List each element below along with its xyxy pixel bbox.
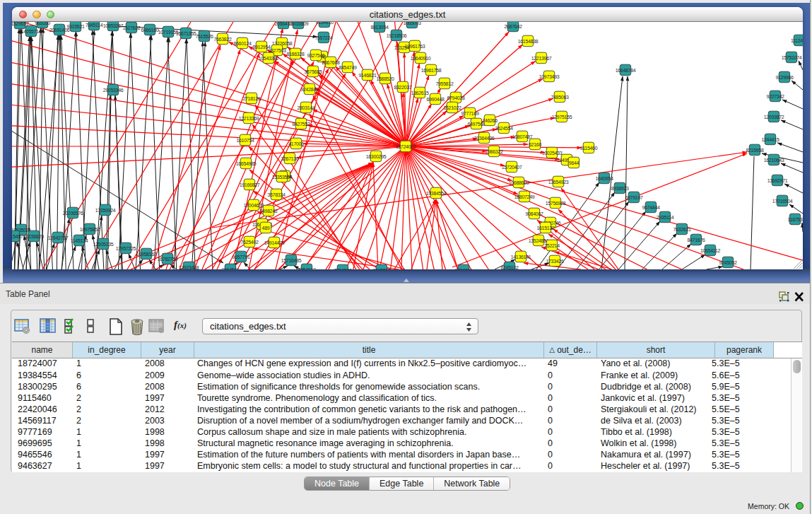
svg-text:7625402: 7625402	[240, 240, 259, 245]
svg-text:9245052: 9245052	[719, 260, 737, 265]
svg-text:9664501: 9664501	[221, 267, 240, 269]
svg-text:1065003: 1065003	[403, 22, 421, 25]
svg-text:116753: 116753	[787, 217, 802, 222]
svg-text:9115460: 9115460	[580, 146, 598, 151]
svg-text:1244415: 1244415	[761, 137, 779, 142]
svg-text:1145134: 1145134	[71, 238, 88, 243]
svg-text:417006: 417006	[288, 141, 304, 146]
svg-text:10025433: 10025433	[542, 151, 563, 156]
svg-text:29053346: 29053346	[103, 88, 124, 93]
svg-text:19166827: 19166827	[240, 182, 260, 187]
svg-text:1112450: 1112450	[791, 38, 803, 43]
svg-text:8813054: 8813054	[370, 25, 389, 30]
svg-text:15353594: 15353594	[272, 175, 293, 180]
svg-text:6245310: 6245310	[372, 268, 391, 269]
svg-text:8254012: 8254012	[298, 267, 316, 269]
svg-text:9644: 9644	[569, 160, 579, 165]
svg-text:20206576: 20206576	[63, 211, 83, 216]
svg-text:10807487: 10807487	[512, 134, 533, 139]
svg-text:1362615: 1362615	[411, 90, 429, 95]
svg-text:18300295: 18300295	[366, 154, 387, 159]
svg-text:14914479: 14914479	[264, 240, 285, 245]
svg-text:8454749: 8454749	[339, 65, 357, 70]
svg-text:15751074: 15751074	[782, 55, 802, 60]
svg-text:7632621: 7632621	[673, 227, 691, 232]
svg-text:12942737: 12942737	[48, 235, 69, 240]
svg-text:17359924: 17359924	[95, 208, 116, 213]
svg-text:10654112: 10654112	[700, 248, 721, 253]
svg-text:19384554: 19384554	[426, 191, 447, 196]
svg-text:7986322: 7986322	[485, 149, 503, 154]
svg-text:13654923: 13654923	[548, 180, 569, 185]
svg-text:17016504: 17016504	[772, 199, 793, 204]
svg-text:2803144: 2803144	[297, 105, 315, 110]
svg-text:8215958: 8215958	[746, 148, 764, 153]
svg-text:3267130: 3267130	[281, 156, 299, 161]
svg-text:2935114: 2935114	[657, 215, 674, 220]
svg-text:1529557: 1529557	[12, 22, 29, 26]
svg-text:8186328: 8186328	[286, 52, 305, 57]
svg-text:9327546: 9327546	[307, 53, 325, 58]
svg-text:9324051: 9324051	[454, 268, 473, 269]
svg-text:15756928: 15756928	[546, 201, 566, 206]
svg-text:5498242: 5498242	[259, 209, 278, 214]
svg-text:10853267: 10853267	[103, 23, 124, 28]
svg-text:16782759: 16782759	[158, 257, 178, 262]
svg-text:19218506: 19218506	[387, 33, 407, 38]
svg-text:9327503: 9327503	[268, 48, 286, 53]
svg-text:12093872: 12093872	[764, 115, 784, 119]
svg-text:10958167: 10958167	[136, 252, 157, 257]
svg-text:12975155: 12975155	[552, 115, 572, 119]
svg-text:7485063: 7485063	[551, 95, 569, 100]
svg-text:9777169: 9777169	[461, 111, 479, 116]
svg-text:6794028: 6794028	[447, 95, 465, 100]
svg-text:1588520: 1588520	[376, 76, 394, 81]
svg-text:9227342: 9227342	[766, 94, 784, 99]
svg-text:16654985: 16654985	[236, 161, 257, 166]
svg-text:1527602: 1527602	[122, 25, 141, 30]
svg-text:12213967: 12213967	[531, 56, 552, 61]
svg-text:8427552: 8427552	[292, 122, 310, 127]
svg-text:3578334: 3578334	[267, 192, 286, 197]
svg-text:8322037: 8322037	[394, 85, 412, 90]
svg-text:1733426: 1733426	[546, 259, 564, 264]
svg-text:10543382: 10543382	[259, 56, 279, 61]
svg-text:7557224: 7557224	[314, 35, 333, 40]
svg-text:17004678: 17004678	[244, 203, 264, 208]
svg-text:12923468: 12923468	[179, 265, 199, 269]
svg-text:7515526: 7515526	[195, 34, 213, 39]
svg-text:252214: 252214	[544, 243, 560, 248]
svg-text:16033809: 16033809	[288, 22, 309, 26]
svg-text:16154838: 16154838	[518, 39, 539, 44]
svg-text:13524851: 13524851	[529, 238, 549, 243]
svg-text:1640954: 1640954	[595, 176, 613, 181]
svg-text:8471676: 8471676	[687, 238, 705, 243]
svg-text:18724007: 18724007	[396, 144, 416, 149]
svg-text:1610754: 1610754	[236, 138, 254, 143]
svg-text:3624554: 3624554	[495, 126, 513, 131]
svg-text:489: 489	[262, 226, 270, 230]
svg-text:14055714: 14055714	[21, 29, 42, 34]
svg-text:16648784: 16648784	[616, 68, 636, 73]
svg-text:7845114: 7845114	[86, 23, 103, 28]
svg-text:6879197: 6879197	[625, 195, 643, 200]
svg-text:7714503: 7714503	[334, 268, 352, 269]
svg-text:9915457: 9915457	[12, 234, 23, 239]
svg-text:10973493: 10973493	[539, 74, 560, 79]
svg-text:8660124: 8660124	[233, 41, 252, 46]
svg-text:9657791: 9657791	[232, 255, 250, 259]
svg-text:12213369: 12213369	[239, 116, 259, 121]
svg-text:13692971: 13692971	[767, 178, 788, 183]
svg-text:9146821: 9146821	[358, 73, 377, 78]
svg-text:965160: 965160	[35, 22, 50, 25]
svg-text:17957225: 17957225	[116, 246, 136, 251]
svg-text:9154410: 9154410	[315, 22, 334, 25]
svg-text:18807249: 18807249	[514, 194, 535, 199]
svg-text:18640910: 18640910	[411, 56, 431, 61]
svg-text:62160: 62160	[529, 142, 541, 147]
svg-text:6466160: 6466160	[141, 28, 159, 33]
svg-text:15720407: 15720407	[502, 165, 522, 170]
svg-text:16210643: 16210643	[764, 158, 784, 163]
svg-text:7663822: 7663822	[213, 37, 232, 42]
svg-text:9674444: 9674444	[642, 205, 660, 210]
